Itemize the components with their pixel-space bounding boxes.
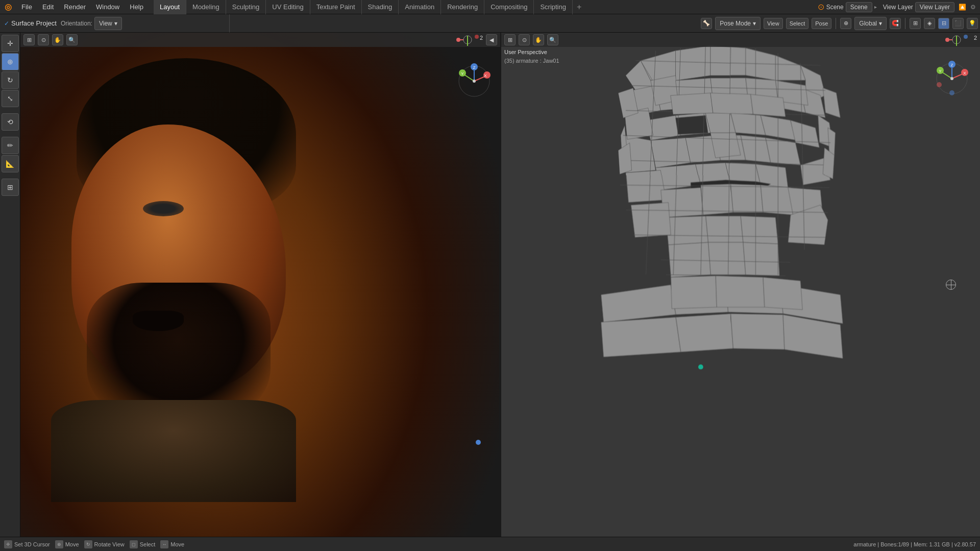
- move-tool-btn[interactable]: ⊕: [2, 53, 19, 70]
- global-dropdown-right[interactable]: Global ▾: [854, 17, 887, 30]
- select-btn-right[interactable]: Select: [786, 18, 809, 29]
- vp-right-zoom-icon[interactable]: 🔍: [547, 34, 558, 45]
- svg-marker-41: [730, 113, 765, 135]
- svg-marker-68: [668, 242, 710, 277]
- viewport-num-right: 2: [974, 35, 977, 41]
- svg-point-4: [475, 35, 479, 39]
- vp-left-zoom-icon[interactable]: 🔍: [66, 34, 78, 45]
- wireframe-btn-right[interactable]: ⊟: [938, 18, 949, 29]
- settings-icon: ⚙: [970, 4, 976, 11]
- status-select-tool: ◻ Select: [130, 540, 156, 548]
- svg-marker-38: [706, 113, 736, 133]
- vp-right-hand-icon[interactable]: ✋: [533, 34, 544, 45]
- tab-scripting[interactable]: Scripting: [534, 0, 573, 14]
- status-move-tool2: ↔ Move: [160, 540, 184, 548]
- svg-marker-104: [676, 314, 733, 352]
- move-icon: ⊕: [55, 540, 63, 548]
- rotate-tool-btn[interactable]: ↻: [2, 71, 19, 89]
- shading-icon-right[interactable]: ◈: [924, 18, 935, 29]
- top-right-controls: ⊙ Scene Scene ▸ View Layer View Layer 🔼 …: [818, 2, 976, 12]
- vp-right-grid-icon[interactable]: ⊞: [504, 34, 516, 45]
- svg-marker-69: [708, 242, 745, 275]
- svg-point-2: [456, 38, 460, 42]
- svg-marker-49: [710, 133, 741, 158]
- workspace-tabs: Layout Modeling Sculpting UV Editing Tex…: [154, 0, 818, 14]
- scene-selector[interactable]: Scene: [846, 2, 872, 12]
- viewport-num: 2: [480, 35, 483, 41]
- extra-tool-btn[interactable]: ⊞: [2, 179, 19, 196]
- tab-sculpting[interactable]: Sculpting: [226, 0, 266, 14]
- vp-left-grid-icon[interactable]: ⊞: [23, 34, 35, 45]
- pivot-icon-right[interactable]: ⊕: [840, 18, 851, 29]
- left-toolbar: ✛ ⊕ ↻ ⤡ ⟲ ✏ 📐 ⊞: [0, 33, 20, 537]
- view-layer-selector[interactable]: View Layer: [915, 2, 954, 12]
- measure-tool-btn[interactable]: 📐: [2, 155, 19, 172]
- transform-tool-btn[interactable]: ⟲: [2, 113, 19, 131]
- tab-shading[interactable]: Shading: [362, 0, 399, 14]
- tab-uv-editing[interactable]: UV Editing: [266, 0, 310, 14]
- nav-gizmo-right[interactable]: X Y Z: [934, 61, 970, 96]
- rendered-btn-right[interactable]: 💡: [967, 18, 978, 29]
- tab-layout[interactable]: Layout: [154, 0, 186, 14]
- vp-right-bone-icon[interactable]: ⊙: [519, 34, 530, 45]
- annotate-tool-btn[interactable]: ✏: [2, 137, 19, 154]
- svg-marker-64: [706, 216, 743, 242]
- menu-window[interactable]: Window: [91, 0, 125, 14]
- orientation-selector[interactable]: Orientation: View ▾: [61, 17, 122, 30]
- solid-btn-right[interactable]: ⬛: [952, 18, 964, 29]
- svg-marker-114: [763, 277, 802, 310]
- pose-mode-dropdown-right[interactable]: Pose Mode ▾: [715, 17, 761, 30]
- svg-marker-99: [601, 285, 676, 322]
- cursor-tool-btn[interactable]: ✛: [2, 35, 19, 52]
- svg-point-115: [698, 364, 703, 369]
- menu-render[interactable]: Render: [59, 0, 91, 14]
- tab-rendering[interactable]: Rendering: [441, 0, 484, 14]
- scale-tool-btn[interactable]: ⤡: [2, 90, 19, 107]
- nav-gizmo-left[interactable]: X Y Z: [456, 63, 492, 99]
- status-cursor-tool: ✛ Set 3D Cursor: [4, 540, 50, 548]
- svg-text:X: X: [484, 73, 487, 78]
- vp-left-hand-icon[interactable]: ✋: [52, 34, 63, 45]
- add-workspace-button[interactable]: +: [573, 3, 585, 12]
- menu-edit[interactable]: Edit: [37, 0, 59, 14]
- svg-point-15: [473, 80, 476, 83]
- view-btn-right[interactable]: View: [764, 18, 783, 29]
- svg-text:Z: Z: [473, 65, 476, 70]
- rotate-icon: ↻: [84, 540, 92, 548]
- scene-label: Scene: [826, 4, 844, 11]
- tab-animation[interactable]: Animation: [399, 0, 441, 14]
- menu-help[interactable]: Help: [125, 0, 149, 14]
- mode-icon-right[interactable]: 🦴: [701, 18, 712, 29]
- menu-file[interactable]: File: [16, 0, 37, 14]
- pose-btn-right[interactable]: Pose: [812, 18, 831, 29]
- vp-left-bone-icon[interactable]: ⊙: [38, 34, 49, 45]
- svg-point-20: [964, 35, 968, 39]
- orientation-dropdown[interactable]: View ▾: [94, 17, 122, 30]
- svg-marker-110: [710, 93, 753, 114]
- svg-marker-28: [775, 56, 805, 81]
- blender-logo: ◎: [0, 0, 16, 14]
- tab-texture-paint[interactable]: Texture Paint: [310, 0, 362, 14]
- tab-modeling[interactable]: Modeling: [186, 0, 226, 14]
- main-area: ✛ ⊕ ↻ ⤡ ⟲ ✏ 📐 ⊞ ⊞ ⊙ ✋ 🔍 2: [0, 33, 980, 537]
- svg-text:Y: Y: [939, 69, 942, 73]
- project-selector[interactable]: ✓ Surface Project: [4, 19, 57, 27]
- svg-marker-61: [761, 185, 793, 215]
- viewport-right-gizmo-bar: 2: [941, 34, 977, 46]
- viewport-divider[interactable]: [499, 33, 501, 537]
- blender-icon: ⊙: [818, 2, 824, 12]
- status-rotate-tool: ↻ Rotate View: [84, 540, 125, 548]
- cursor-icon: ✛: [4, 540, 12, 548]
- svg-text:Y: Y: [461, 71, 464, 76]
- tab-compositing[interactable]: Compositing: [484, 0, 534, 14]
- viewport-right[interactable]: ⊞ ⊙ ✋ 🔍 2 Us: [500, 33, 980, 537]
- snap-icon-right[interactable]: 🧲: [890, 18, 901, 29]
- viewport-left[interactable]: ⊞ ⊙ ✋ 🔍 2: [20, 33, 500, 537]
- svg-marker-59: [701, 184, 733, 215]
- toggle-split-icon[interactable]: ◀: [486, 34, 497, 45]
- svg-marker-79: [823, 88, 840, 118]
- overlay-icon-right[interactable]: ⊞: [910, 18, 921, 29]
- svg-point-18: [945, 38, 949, 42]
- top-menu-bar: ◎ File Edit Render Window Help Layout Mo…: [0, 0, 980, 14]
- viewport-left-gizmo-bar: 2: [452, 34, 483, 46]
